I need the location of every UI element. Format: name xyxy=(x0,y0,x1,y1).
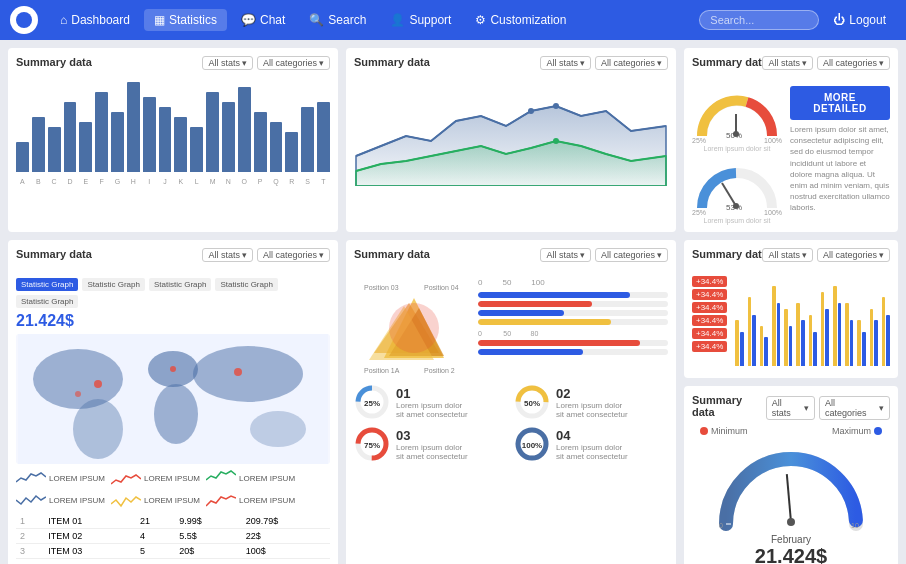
map-tab-0[interactable]: Statistic Graph xyxy=(16,278,78,291)
map-tab-3[interactable]: Statistic Graph xyxy=(215,278,277,291)
svg-point-18 xyxy=(94,380,102,388)
bar-group-7 xyxy=(821,292,829,366)
chart-labels: ABCDEFGHIJKLMNOPQRST xyxy=(16,178,330,185)
donut-3: 100% xyxy=(514,426,550,462)
bar-7 xyxy=(127,82,140,172)
min-label: Minimum xyxy=(711,426,748,436)
filter-allcats-br[interactable]: All categories ▾ xyxy=(817,248,890,262)
svg-point-26 xyxy=(389,303,439,353)
nav-support[interactable]: 👤 Support xyxy=(380,9,461,31)
bar-yellow-8 xyxy=(833,286,837,366)
card-speed-filters: All stats ▾ All categories ▾ xyxy=(766,396,890,420)
nav-search[interactable]: 🔍 Search xyxy=(299,9,376,31)
filter-allcats-mid[interactable]: All categories ▾ xyxy=(595,248,668,262)
svg-point-47 xyxy=(787,518,795,526)
row3-num: 3 xyxy=(16,544,44,559)
spark-4 xyxy=(111,492,141,508)
chart-label-17: R xyxy=(285,178,298,185)
filter-allstats-label-3: All stats xyxy=(768,58,800,68)
filter-allcats-speed[interactable]: All categories ▾ xyxy=(819,396,890,420)
gauge1-svg: 50% xyxy=(692,86,782,141)
bar-yellow-1 xyxy=(748,297,752,366)
circle-item-1: 50% 02 Lorem ipsum dolorsit amet consect… xyxy=(514,384,668,420)
map-tab-4[interactable]: Statistic Graph xyxy=(16,295,78,308)
gauge1-sub: Lorem ipsum dolor sit xyxy=(704,145,771,152)
map-tab-2[interactable]: Statistic Graph xyxy=(149,278,211,291)
svg-text:75%: 75% xyxy=(364,441,380,450)
nav-statistics[interactable]: ▦ Statistics xyxy=(144,9,227,31)
legend-label-3: LOREM IPSUM xyxy=(49,496,105,505)
progress-row-5 xyxy=(478,349,668,355)
bar-3 xyxy=(64,102,77,172)
progress-footer: 0 50 80 xyxy=(478,330,668,337)
bar-bottom-content: +34.4% +34.4% +34.4% +34.4% +34.4% +34.4… xyxy=(692,276,890,370)
chart-label-4: E xyxy=(79,178,92,185)
pct-badge-0: +34.4% xyxy=(692,276,727,287)
card-summary-middle: Summary data All stats ▾ All categories … xyxy=(346,240,676,564)
bar-11 xyxy=(190,127,203,172)
svg-text:Position 03: Position 03 xyxy=(364,284,399,291)
bar-blue-10 xyxy=(862,332,866,366)
search-icon: 🔍 xyxy=(309,13,324,27)
card-bar-bottom: Summary data All stats ▾ All categories … xyxy=(684,240,898,378)
search-input[interactable] xyxy=(699,10,819,30)
nav-dashboard[interactable]: ⌂ Dashboard xyxy=(50,9,140,31)
filter-allstats-br[interactable]: All stats ▾ xyxy=(762,248,813,262)
svg-point-12 xyxy=(33,349,123,409)
bar-chart-area xyxy=(16,76,330,176)
filter-allcats-map-label: All categories xyxy=(263,250,317,260)
bar-18 xyxy=(301,107,314,172)
chevron-icon-map1: ▾ xyxy=(242,250,247,260)
circle-num-2: 03 xyxy=(396,428,468,443)
filter-allstats-br-label: All stats xyxy=(768,250,800,260)
logo xyxy=(10,6,38,34)
card-bar-bottom-filters: All stats ▾ All categories ▾ xyxy=(762,248,890,262)
circle-item-3: 100% 04 Lorem ipsum dolorsit amet consec… xyxy=(514,426,668,462)
gauge-2: 53% 25% 100% Lorem ipsum dolor sit xyxy=(692,158,782,224)
speedometer-area: 0 10 February 21.424$ xyxy=(692,436,890,564)
chevron-icon-1: ▾ xyxy=(242,58,247,68)
pct-badge-5: +34.4% xyxy=(692,341,727,352)
nav-statistics-label: Statistics xyxy=(169,13,217,27)
more-detailed-button[interactable]: MORE DETAILED xyxy=(790,86,890,120)
filter-allcats-label-1: All categories xyxy=(263,58,317,68)
nav-customization[interactable]: ⚙ Customization xyxy=(465,9,576,31)
legend-label-1: LOREM IPSUM xyxy=(144,474,200,483)
filter-allstats-3[interactable]: All stats ▾ xyxy=(762,56,813,70)
filter-allstats-map[interactable]: All stats ▾ xyxy=(202,248,253,262)
row3-item: ITEM 03 xyxy=(44,544,136,559)
nav-chat[interactable]: 💬 Chat xyxy=(231,9,295,31)
progress-row-3 xyxy=(478,319,668,325)
bar-yellow-4 xyxy=(784,309,788,366)
chart-label-16: Q xyxy=(270,178,283,185)
filter-allcats-3[interactable]: All categories ▾ xyxy=(817,56,890,70)
progress-track-3 xyxy=(478,319,668,325)
chart-label-7: H xyxy=(127,178,140,185)
row2-qty: 4 xyxy=(136,529,175,544)
filter-allcats-2[interactable]: All categories ▾ xyxy=(595,56,668,70)
world-map xyxy=(16,334,330,464)
filter-allstats-mid[interactable]: All stats ▾ xyxy=(540,248,591,262)
card-bar-filters: All stats ▾ All categories ▾ xyxy=(202,56,330,70)
table-row-1: 1 ITEM 01 21 9.99$ 209.79$ xyxy=(16,514,330,529)
filter-allstats-1[interactable]: All stats ▾ xyxy=(202,56,253,70)
svg-point-4 xyxy=(553,138,559,144)
row3-qty: 5 xyxy=(136,544,175,559)
progress-fill-3 xyxy=(478,319,611,325)
map-tab-1[interactable]: Statistic Graph xyxy=(82,278,144,291)
filter-allstats-speed[interactable]: All stats ▾ xyxy=(766,396,815,420)
svg-text:0: 0 xyxy=(719,522,723,529)
max-dot xyxy=(874,427,882,435)
filter-allstats-2[interactable]: All stats ▾ xyxy=(540,56,591,70)
bar-blue-4 xyxy=(789,326,793,366)
progress-row-2 xyxy=(478,310,668,316)
bar-1 xyxy=(32,117,45,172)
line-chart-area xyxy=(354,76,668,186)
filter-allcats-1[interactable]: All categories ▾ xyxy=(257,56,330,70)
filter-allcats-map[interactable]: All categories ▾ xyxy=(257,248,330,262)
chart-label-14: O xyxy=(238,178,251,185)
logout-button[interactable]: ⏻ Logout xyxy=(823,9,896,31)
chart-label-6: G xyxy=(111,178,124,185)
circle-label-1: Lorem ipsum dolorsit amet consectetur xyxy=(556,401,628,419)
bar-group-3 xyxy=(772,286,780,366)
